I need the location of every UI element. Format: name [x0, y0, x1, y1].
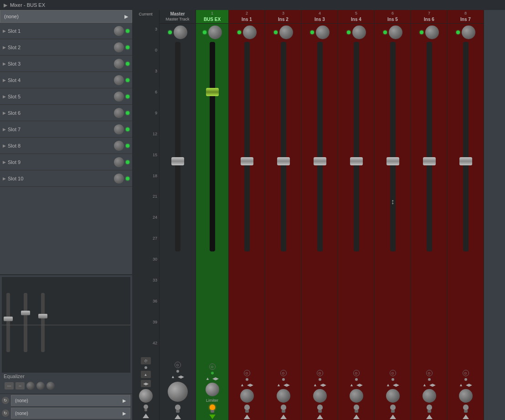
ins6-arrow-up[interactable]: ▲ [423, 383, 427, 387]
slot-row[interactable]: ▶ Slot 9 [0, 154, 132, 170]
vu-btn-clock[interactable]: ⏱ [141, 357, 151, 364]
ins2-fader-handle[interactable] [277, 157, 290, 165]
slot-row[interactable]: ▶ Slot 7 [0, 121, 132, 138]
ins1-arrow-lr[interactable]: ◀▶ [247, 383, 253, 387]
ins1-send-knob[interactable] [240, 389, 254, 403]
ins1-pan-knob[interactable] [243, 26, 257, 39]
ins2-pan-knob[interactable] [279, 26, 293, 39]
ins1-arrow-up[interactable]: ▲ [240, 383, 244, 387]
ins7-arrow-lr[interactable]: ◀▶ [466, 383, 472, 387]
slot-row[interactable]: ▶ Slot 4 [0, 72, 132, 88]
title-text: Mixer - BUS EX [10, 2, 45, 8]
ins3-arrow-up[interactable]: ▲ [313, 383, 317, 387]
slot-knob[interactable] [114, 75, 124, 85]
left-panel: (none) ▶ ▶ Slot 1 ▶ Slot 2 ▶ Slot 3 [0, 10, 132, 420]
ins3-arrow-lr[interactable]: ◀▶ [320, 383, 326, 387]
ins6-send-knob[interactable] [423, 389, 436, 403]
ins6-fader-handle[interactable] [423, 157, 436, 165]
slot-row[interactable]: ▶ Slot 1 [0, 23, 132, 39]
ins7-pan-knob[interactable] [462, 26, 475, 39]
ins5-send-knob[interactable] [386, 389, 400, 403]
slot-row[interactable]: ▶ Slot 2 [0, 39, 132, 56]
ins1-led[interactable] [237, 31, 241, 34]
slot-row[interactable]: ▶ Slot 5 [0, 88, 132, 105]
eq-ctrl-minus[interactable]: — [5, 382, 14, 389]
send-dropdown-bottom-1[interactable]: (none) ▶ [11, 395, 130, 406]
ins7-arrow-up[interactable]: ▲ [459, 383, 463, 387]
ins2-arrow-up[interactable]: ▲ [277, 383, 281, 387]
ins3-pan-knob[interactable] [316, 26, 330, 39]
slot-knob[interactable] [114, 59, 124, 69]
slot-knob[interactable] [114, 92, 124, 102]
resize-cursor-icon[interactable]: ↕ [391, 198, 395, 206]
eq-knob-1[interactable] [26, 382, 35, 390]
eq-fader-handle-2[interactable] [21, 311, 30, 315]
ins5-arrow-up[interactable]: ▲ [386, 383, 390, 387]
bus-clock-icon: ⊙ [209, 364, 216, 370]
ins4-arrow-lr[interactable]: ◀▶ [356, 383, 363, 387]
slot-row[interactable]: ▶ Slot 3 [0, 56, 132, 72]
bus-fader-handle[interactable] [206, 88, 219, 96]
ins5-pan-knob[interactable] [389, 26, 402, 39]
send-dropdown-top[interactable]: (none) ▶ [0, 10, 132, 23]
ins2-send-knob[interactable] [277, 389, 290, 403]
ins1-fader-handle[interactable] [241, 157, 253, 165]
slot-knob[interactable] [114, 174, 124, 184]
vu-knob[interactable] [139, 389, 153, 403]
ins5-arrow-lr[interactable]: ◀▶ [393, 383, 399, 387]
ins6-number: 7 [411, 11, 447, 16]
slot-knob[interactable] [114, 141, 124, 151]
ins4-send-knob[interactable] [350, 389, 363, 403]
slot-label: Slot 1 [8, 28, 114, 34]
ins4-arrow-up[interactable]: ▲ [350, 383, 354, 387]
master-pan-knob[interactable] [174, 26, 187, 39]
master-send-knob[interactable] [168, 382, 188, 402]
master-led[interactable] [168, 31, 172, 34]
ins7-fader-handle[interactable] [459, 157, 472, 165]
eq-fader-handle-1[interactable] [4, 317, 13, 321]
bus-channel-bottom: ⊙ ▲ ◀▶ Limiter [196, 363, 228, 420]
ins4-fader-handle[interactable] [350, 157, 363, 165]
ins5-led[interactable] [383, 31, 387, 34]
ins3-led[interactable] [310, 31, 314, 34]
vu-btn-lr[interactable]: ◀▶ [141, 380, 151, 387]
eq-fader-handle-3[interactable] [38, 314, 47, 318]
ins6-led[interactable] [420, 31, 423, 34]
slot-row[interactable]: ▶ Slot 10 [0, 170, 132, 187]
slot-knob[interactable] [114, 42, 124, 52]
bus-arrow-lr[interactable]: ◀▶ [212, 376, 219, 381]
send-dropdown-bottom-2[interactable]: (none) ▶ [11, 408, 130, 419]
vu-btn-up[interactable]: ▲ [141, 371, 151, 378]
ins4-pan-knob[interactable] [352, 26, 366, 39]
ins6-arrow-lr[interactable]: ◀▶ [429, 383, 436, 387]
slot-knob[interactable] [114, 108, 124, 118]
ins3-send-knob[interactable] [313, 389, 327, 403]
bus-send-knob[interactable] [206, 383, 219, 396]
eq-knob-2[interactable] [36, 382, 45, 390]
bus-arrow-up[interactable]: ▲ [206, 376, 210, 381]
master-fader-handle[interactable] [171, 157, 184, 165]
slot-knob[interactable] [114, 157, 124, 167]
ins3-fader-handle[interactable] [314, 157, 326, 165]
slot-knob[interactable] [114, 124, 124, 134]
vu-tick: 3 [155, 27, 157, 31]
bus-pan-knob[interactable] [208, 26, 222, 39]
ins4-arrows: ▲ ◀▶ [350, 383, 363, 387]
master-arrow-lr[interactable]: ◀▶ [178, 374, 184, 379]
eq-ctrl-arrows[interactable]: ↔ [15, 382, 25, 389]
ins7-led[interactable] [456, 31, 460, 34]
bus-led[interactable] [203, 31, 206, 34]
slot-row[interactable]: ▶ Slot 8 [0, 138, 132, 154]
slot-row[interactable]: ▶ Slot 6 [0, 105, 132, 121]
ins5-fader-handle[interactable] [386, 157, 399, 165]
slot-led [126, 29, 129, 33]
ins2-led[interactable] [274, 31, 278, 34]
eq-knob-3[interactable] [46, 382, 55, 390]
master-arrow-up[interactable]: ▲ [171, 374, 175, 379]
ins6-pan-knob[interactable] [425, 26, 439, 39]
ins7-send-knob[interactable] [459, 389, 473, 403]
ins6-name: Ins 6 [411, 16, 447, 22]
slot-knob[interactable] [114, 26, 124, 36]
ins2-arrow-lr[interactable]: ◀▶ [283, 383, 290, 387]
ins4-led[interactable] [347, 31, 350, 34]
